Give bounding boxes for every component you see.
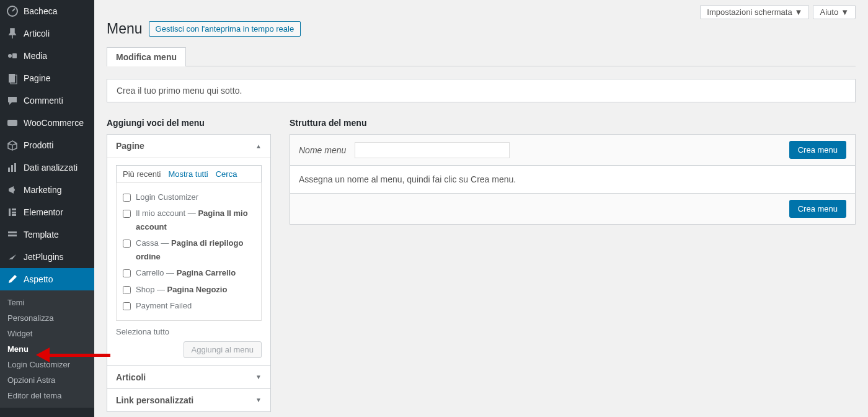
subtab-recent[interactable]: Più recenti xyxy=(123,169,161,179)
dashboard-icon xyxy=(6,5,19,17)
sidebar-sub-themes[interactable]: Temi xyxy=(0,295,94,310)
sidebar-item-comments[interactable]: Commenti xyxy=(0,89,94,112)
sidebar-item-jetplugins[interactable]: JetPlugins xyxy=(0,246,94,268)
svg-rect-2 xyxy=(12,53,17,58)
page-item[interactable]: Carrello — Pagina Carrello xyxy=(123,265,255,281)
add-menu-items-column: Aggiungi voci del menu Pagine▲ Più recen… xyxy=(107,118,271,412)
page-icon xyxy=(6,72,19,84)
svg-rect-12 xyxy=(12,214,16,216)
sidebar-item-posts[interactable]: Articoli xyxy=(0,22,94,45)
sidebar-item-pages[interactable]: Pagine xyxy=(0,67,94,89)
sidebar-item-media[interactable]: Media xyxy=(0,45,94,67)
info-notice: Crea il tuo primo menu qui sotto. xyxy=(107,79,856,102)
tab-edit-menus[interactable]: Modifica menu xyxy=(107,47,186,66)
sidebar-submenu-appearance: Temi Personalizza Widget Menu Login Cust… xyxy=(0,290,94,408)
svg-rect-14 xyxy=(8,235,17,236)
subtab-all[interactable]: Mostra tutti xyxy=(168,169,208,179)
select-all-link[interactable]: Seleziona tutto xyxy=(116,327,262,336)
pin-icon xyxy=(6,27,19,40)
sidebar-sub-theme-editor[interactable]: Editor del tema xyxy=(0,388,94,403)
svg-rect-13 xyxy=(8,231,17,233)
add-to-menu-button: Aggiungi al menu xyxy=(184,341,262,358)
woo-icon xyxy=(6,117,19,129)
page-title: Menu xyxy=(107,20,143,37)
elementor-icon xyxy=(6,206,19,218)
sidebar-item-woocommerce[interactable]: WooCommerce xyxy=(0,112,94,134)
box-icon xyxy=(6,139,19,151)
menu-instructions: Assegna un nome al menu, quindi fai clic… xyxy=(290,166,855,194)
chevron-down-icon: ▼ xyxy=(255,374,262,380)
svg-rect-9 xyxy=(9,208,11,216)
accordion-pages: Pagine▲ Più recenti Mostra tutti Cerca L… xyxy=(107,134,271,412)
top-toolbar: Impostazioni schermata▼ Aiuto▼ xyxy=(107,0,856,19)
sidebar-item-products[interactable]: Prodotti xyxy=(0,134,94,156)
menu-structure-column: Struttura del menu Nome menu Crea menu A… xyxy=(290,118,856,412)
sidebar-item-appearance[interactable]: Aspetto xyxy=(0,268,94,290)
pages-checklist: Login Customizer Il mio account — Pagina… xyxy=(116,182,262,321)
page-item[interactable]: Cassa — Pagina di riepilogo ordine xyxy=(123,235,255,265)
page-item[interactable]: Shop — Pagina Negozio xyxy=(123,282,255,298)
svg-rect-6 xyxy=(8,168,10,172)
template-icon xyxy=(6,228,19,241)
svg-rect-5 xyxy=(7,120,17,126)
create-menu-button-bottom[interactable]: Crea menu xyxy=(789,200,846,218)
menu-structure-heading: Struttura del menu xyxy=(290,118,856,128)
svg-rect-8 xyxy=(14,163,16,172)
accordion-head-custom-links[interactable]: Link personalizzati▼ xyxy=(107,388,270,411)
stats-icon xyxy=(6,161,19,174)
svg-rect-10 xyxy=(12,208,16,210)
sidebar-sub-widgets[interactable]: Widget xyxy=(0,326,94,341)
media-icon xyxy=(6,50,19,62)
jet-icon xyxy=(6,251,19,263)
page-checkbox[interactable] xyxy=(123,269,131,277)
chevron-up-icon: ▲ xyxy=(255,143,262,150)
comment-icon xyxy=(6,94,19,107)
page-checkbox[interactable] xyxy=(123,240,131,248)
manage-live-preview-button[interactable]: Gestisci con l'anteprima in tempo reale xyxy=(149,21,301,37)
menu-name-input[interactable] xyxy=(355,142,510,158)
admin-sidebar: Bacheca Articoli Media Pagine Commenti W… xyxy=(0,0,94,417)
sidebar-item-analytics[interactable]: Dati analizzati xyxy=(0,156,94,179)
page-item[interactable]: Payment Failed xyxy=(123,298,255,314)
help-button[interactable]: Aiuto▼ xyxy=(813,5,856,19)
sidebar-sub-menus[interactable]: Menu xyxy=(0,341,94,357)
pages-subtabs: Più recenti Mostra tutti Cerca xyxy=(116,165,262,182)
menu-name-label: Nome menu xyxy=(299,145,346,155)
megaphone-icon xyxy=(6,184,19,196)
svg-rect-11 xyxy=(12,212,16,213)
sidebar-item-marketing[interactable]: Marketing xyxy=(0,179,94,201)
accordion-head-posts[interactable]: Articoli▼ xyxy=(107,365,270,388)
page-checkbox[interactable] xyxy=(123,210,131,218)
subtab-search[interactable]: Cerca xyxy=(216,169,237,179)
brush-icon xyxy=(6,273,19,285)
sidebar-sub-login-customizer[interactable]: Login Customizer xyxy=(0,357,94,372)
sidebar-item-dashboard[interactable]: Bacheca xyxy=(0,0,94,22)
page-checkbox[interactable] xyxy=(123,302,131,310)
sidebar-sub-customize[interactable]: Personalizza xyxy=(0,310,94,326)
accordion-head-pages[interactable]: Pagine▲ xyxy=(107,135,270,157)
page-item[interactable]: Il mio account — Pagina Il mio account xyxy=(123,205,255,235)
svg-point-1 xyxy=(8,54,12,58)
create-menu-button-top[interactable]: Crea menu xyxy=(789,141,846,159)
page-checkbox[interactable] xyxy=(123,194,131,202)
sidebar-item-template[interactable]: Template xyxy=(0,223,94,246)
screen-options-button[interactable]: Impostazioni schermata▼ xyxy=(700,5,809,19)
page-checkbox[interactable] xyxy=(123,286,131,294)
chevron-down-icon: ▼ xyxy=(255,397,262,403)
chevron-down-icon: ▼ xyxy=(795,7,803,17)
svg-rect-7 xyxy=(11,165,13,172)
menu-settings-box: Nome menu Crea menu Assegna un nome al m… xyxy=(290,134,856,225)
add-items-heading: Aggiungi voci del menu xyxy=(107,118,271,128)
page-item[interactable]: Login Customizer xyxy=(123,189,255,205)
sidebar-item-elementor[interactable]: Elementor xyxy=(0,201,94,223)
sidebar-sub-astra-options[interactable]: Opzioni Astra xyxy=(0,372,94,388)
chevron-down-icon: ▼ xyxy=(841,7,849,17)
main-content: Impostazioni schermata▼ Aiuto▼ Menu Gest… xyxy=(94,0,868,417)
nav-tabs: Modifica menu xyxy=(107,47,856,66)
